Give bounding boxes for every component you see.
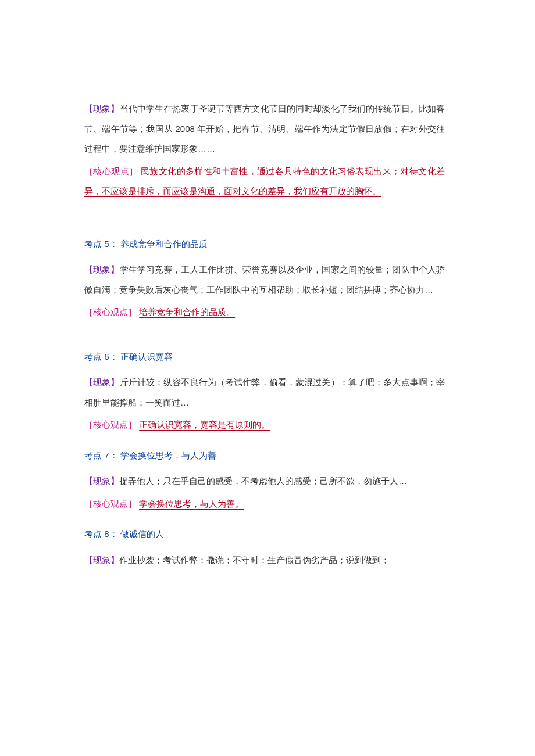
phenomenon-paragraph: 【现象】斤斤计较；纵容不良行为（考试作弊，偷看，蒙混过关）；算了吧；多大点事啊；… bbox=[84, 372, 445, 413]
phenomenon-paragraph: 【现象】捉弄他人；只在乎自己的感受，不考虑他人的感受；己所不欲，勿施于人… bbox=[84, 471, 445, 492]
phenomenon-paragraph: 【现象】作业抄袭；考试作弊；撒谎；不守时；生产假冒伪劣产品；说到做到； bbox=[84, 550, 445, 571]
phenomenon-tag: 【现象】 bbox=[84, 377, 120, 387]
section-block: 考点 6： 正确认识宽容 【现象】斤斤计较；纵容不良行为（考试作弊，偷看，蒙混过… bbox=[84, 347, 445, 435]
phenomenon-text: 当代中学生在热衷于圣诞节等西方文化节日的同时却淡化了我们的传统节日。比如春节、端… bbox=[84, 103, 445, 153]
phenomenon-paragraph: 【现象】当代中学生在热衷于圣诞节等西方文化节日的同时却淡化了我们的传统节日。比如… bbox=[84, 99, 445, 159]
phenomenon-tag: 【现象】 bbox=[84, 264, 120, 274]
core-viewpoint-tag: ［核心观点］ bbox=[84, 499, 137, 508]
section-title: 考点 6： 正确认识宽容 bbox=[84, 347, 445, 367]
section-block: 考点 7： 学会换位思考，与人为善 【现象】捉弄他人；只在乎自己的感受，不考虑他… bbox=[84, 446, 445, 514]
core-viewpoint-paragraph: ［核心观点］ 学会换位思考，与人为善。 bbox=[84, 494, 445, 514]
section-block: 考点 5： 养成竞争和合作的品质 【现象】学生学习竞赛，工人工作比拼、荣誉竞赛以… bbox=[84, 234, 445, 323]
core-viewpoint-text: 正确认识宽容，宽容是有原则的。 bbox=[139, 420, 270, 429]
document-page: 【现象】当代中学生在热衷于圣诞节等西方文化节日的同时却淡化了我们的传统节日。比如… bbox=[0, 0, 535, 756]
phenomenon-text: 斤斤计较；纵容不良行为（考试作弊，偷看，蒙混过关）；算了吧；多大点事啊；宰相肚里… bbox=[84, 377, 445, 407]
phenomenon-tag: 【现象】 bbox=[84, 103, 120, 113]
section-title: 考点 7： 学会换位思考，与人为善 bbox=[84, 446, 445, 466]
phenomenon-tag: 【现象】 bbox=[84, 476, 119, 486]
section-block: 【现象】当代中学生在热衷于圣诞节等西方文化节日的同时却淡化了我们的传统节日。比如… bbox=[84, 99, 445, 202]
phenomenon-text: 作业抄袭；考试作弊；撒谎；不守时；生产假冒伪劣产品；说到做到； bbox=[119, 555, 390, 565]
core-viewpoint-text: 学会换位思考，与人为善。 bbox=[139, 499, 244, 508]
core-viewpoint-text: 民族文化的多样性和丰富性，通过各具特色的文化习俗表现出来；对待文化差异，不应该是… bbox=[84, 166, 445, 196]
core-viewpoint-tag: ［核心观点］ bbox=[84, 420, 137, 429]
core-viewpoint-paragraph: ［核心观点］ 正确认识宽容，宽容是有原则的。 bbox=[84, 415, 445, 435]
core-viewpoint-text: 培养竞争和合作的品质。 bbox=[139, 307, 235, 317]
core-viewpoint-tag: ［核心观点］ bbox=[84, 307, 137, 317]
core-viewpoint-tag: ［核心观点］ bbox=[84, 166, 138, 176]
section-title: 考点 5： 养成竞争和合作的品质 bbox=[84, 234, 445, 255]
phenomenon-text: 捉弄他人；只在乎自己的感受，不考虑他人的感受；己所不欲，勿施于人… bbox=[119, 476, 407, 486]
core-viewpoint-paragraph: ［核心观点］ 培养竞争和合作的品质。 bbox=[84, 302, 445, 323]
phenomenon-paragraph: 【现象】学生学习竞赛，工人工作比拼、荣誉竞赛以及企业，国家之间的较量；团队中个人… bbox=[84, 260, 445, 300]
core-viewpoint-paragraph: ［核心观点］ 民族文化的多样性和丰富性，通过各具特色的文化习俗表现出来；对待文化… bbox=[84, 162, 445, 202]
phenomenon-text: 学生学习竞赛，工人工作比拼、荣誉竞赛以及企业，国家之间的较量；团队中个人骄傲自满… bbox=[84, 264, 445, 295]
section-block: 考点 8： 做诚信的人 【现象】作业抄袭；考试作弊；撒谎；不守时；生产假冒伪劣产… bbox=[84, 524, 445, 570]
section-title: 考点 8： 做诚信的人 bbox=[84, 524, 445, 544]
phenomenon-tag: 【现象】 bbox=[84, 555, 119, 565]
